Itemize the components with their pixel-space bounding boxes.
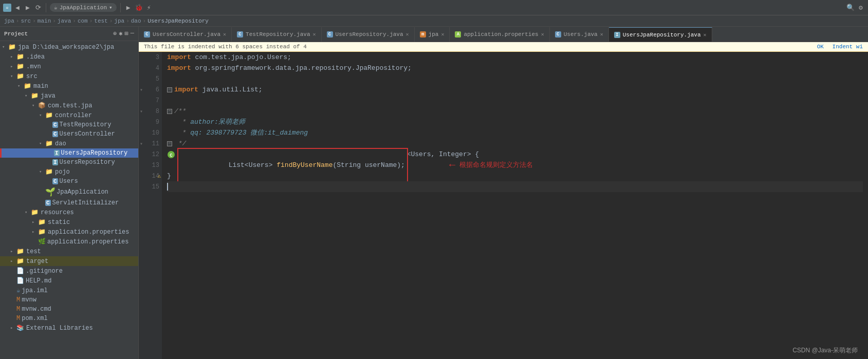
tree-label-helpmd: HELP.md [26,277,51,285]
toolbar-sep2 [120,3,121,12]
back-button[interactable]: ◀ [13,4,22,12]
sidebar-sync-icon[interactable]: ⊕ [113,30,117,37]
refresh-button[interactable]: ⟳ [34,4,42,12]
breadcrumb-com[interactable]: com [78,18,88,24]
tree-item-extlibs[interactable]: ▸ 📚 External Libraries [0,323,138,333]
fold-button-8[interactable]: − [167,109,172,114]
fold-icon-11[interactable]: ▾ [140,141,143,147]
tab-usersjparepository[interactable]: I UsersJpaRepository.java ✕ [609,27,712,42]
tab-usersrepository[interactable]: C UsersRepository.java ✕ [322,27,415,42]
tab-label-users: Users.java [564,31,598,37]
project-icon: 📁 [8,43,16,51]
tab-icon-c4: C [555,31,561,37]
code-content[interactable]: import com.test.jpa.pojo.Users; import o… [162,52,868,359]
tree-item-static[interactable]: ▸ 📁 static [0,217,138,227]
code-editor[interactable]: 3 4 5 ▾ 6 7 ▾ 8 9 10 ▾ 11 12 1 [139,52,868,359]
tree-label-ujr: UsersJpaRepository [61,149,128,157]
tree-item-servletinitializer[interactable]: ▸ C ServletInitializer [0,198,138,207]
tab-close-ujr[interactable]: ✕ [704,32,707,38]
tree-item-helpmd[interactable]: ▸ 📄 HELP.md [0,276,138,286]
breadcrumb-src[interactable]: src [21,18,31,24]
tab-icon-c2: C [237,31,243,37]
tab-label-uc: UsersController.java [153,31,220,37]
tab-applicationprops[interactable]: A application.properties ✕ [450,27,549,42]
breadcrumb-jpa[interactable]: jpa [4,18,14,24]
tab-close-ap[interactable]: ✕ [541,31,544,37]
breadcrumb-main[interactable]: main [38,18,51,24]
breadcrumb-jpa2[interactable]: jpa [114,18,124,24]
settings-button[interactable]: ⚙ [857,4,865,12]
tree-item-jpa[interactable]: ▾ 📁 jpa D:\idea_workspace2\jpa [0,42,138,52]
breadcrumb-file[interactable]: UsersJpaRepository [147,18,209,24]
tree-item-comtestjpa[interactable]: ▾ 📦 com.test.jpa [0,101,138,110]
tab-close-uc[interactable]: ✕ [223,31,226,37]
tree-item-pomxml[interactable]: ▸ M pom.xml [0,314,138,323]
project-selector[interactable]: ☕ JpaApplication ▾ [50,3,117,12]
breadcrumb-java[interactable]: java [58,18,71,24]
forward-button[interactable]: ▶ [24,4,32,12]
tree-item-gitignore[interactable]: ▸ 📄 .gitignore [0,266,138,276]
gutter-9: 9 [139,117,162,127]
tab-close-ur[interactable]: ✕ [406,31,409,37]
tree-label-userscontroller: UsersController [60,130,115,138]
tab-close-users[interactable]: ✕ [600,31,603,37]
folder-icon-src: 📁 [16,72,24,80]
breadcrumb-dao[interactable]: dao [131,18,141,24]
sidebar-close-icon[interactable]: — [131,30,134,37]
tree-item-testrepository[interactable]: ▸ C TestRepository [0,120,138,129]
sidebar-layout-icon[interactable]: ⊞ [125,30,128,37]
tree-label-mvnw: mvnw [22,296,36,304]
tree-item-src[interactable]: ▾ 📁 src [0,71,138,81]
tree-item-templates[interactable]: ▸ 📁 application.properties [0,227,138,237]
main-toolbar: ☕ ◀ ▶ ⟳ ☕ JpaApplication ▾ ▶ 🐞 ⚡ 🔍 ⚙ [0,0,868,15]
tree-item-mvnwcmd[interactable]: ▸ M mvnw.cmd [0,305,138,314]
tree-label-jpaapplication: JpaApplication [57,188,108,196]
tree-item-mvnw[interactable]: ▸ M mvnw [0,295,138,305]
fold-button-6[interactable]: − [167,87,172,92]
code-line-13: List<Users> findByUserName(String userNa… [167,160,863,171]
app-icon: ☕ [3,4,11,12]
sidebar-gear-icon[interactable]: ✱ [119,30,122,37]
tree-item-test[interactable]: ▸ 📁 test [0,247,138,256]
notification-indent-button[interactable]: Indent wi [833,44,863,50]
tab-jpa[interactable]: m jpa ✕ [415,27,450,42]
tree-item-mvn[interactable]: ▸ 📁 .mvn [0,62,138,71]
tab-close-tr[interactable]: ✕ [312,31,316,37]
tree-item-userscontroller[interactable]: ▸ C UsersController [0,129,138,139]
search-button[interactable]: 🔍 [846,4,855,12]
tree-item-target[interactable]: ▸ 📁 target [0,256,138,266]
notification-ok-button[interactable]: OK [817,44,824,50]
tree-item-idea[interactable]: ▸ 📁 .idea [0,52,138,62]
tab-testrepository[interactable]: C TestRepository.java ✕ [232,27,321,42]
build-button[interactable]: ▶ [124,4,133,12]
props-icon: 🌿 [38,238,46,245]
tree-label-pojo: pojo [55,168,70,176]
debug-button[interactable]: 🐞 [135,4,143,12]
folder-icon-pojo: 📁 [45,168,53,176]
class-icon-users: C [52,178,58,184]
tree-item-users[interactable]: ▸ C Users [0,177,138,186]
notification-bar: This file is indented with 6 spaces inst… [139,42,868,52]
fold-icon-8[interactable]: ▾ [140,108,143,115]
tree-item-usersjparepository[interactable]: ▸ I UsersJpaRepository [0,148,138,158]
tab-users[interactable]: C Users.java ✕ [550,27,609,42]
tree-item-main[interactable]: ▾ 📁 main [0,81,138,91]
main-layout: Project ⊕ ✱ ⊞ — ▾ 📁 jpa D:\idea_workspac… [0,27,868,359]
run-button[interactable]: ⚡ [145,4,153,12]
tree-item-controller[interactable]: ▾ 📁 controller [0,110,138,120]
tree-item-jpaapplication[interactable]: ▸ 🌱 JpaApplication [0,186,138,198]
tree-item-dao[interactable]: ▾ 📁 dao [0,139,138,148]
tree-item-usersrepository[interactable]: ▸ I UsersRepository [0,158,138,167]
tree-item-pojo[interactable]: ▾ 📁 pojo [0,167,138,177]
breadcrumb-test[interactable]: test [94,18,107,24]
tab-userscontroller[interactable]: C UsersController.java ✕ [139,27,232,42]
tab-close-jpa[interactable]: ✕ [441,31,444,37]
folder-icon-target: 📁 [16,257,24,265]
tree-item-java[interactable]: ▾ 📁 java [0,91,138,101]
tree-item-resources[interactable]: ▾ 📁 resources [0,207,138,217]
tree-item-jpaiml[interactable]: ▸ ☕ jpa.iml [0,286,138,295]
fold-icon-6[interactable]: ▾ [140,87,143,93]
tree-item-appprops[interactable]: ▸ 🌿 application.properties [0,237,138,247]
watermark: CSDN @Java-呆萌老师 [792,346,858,355]
fold-button-11[interactable]: − [167,141,172,146]
